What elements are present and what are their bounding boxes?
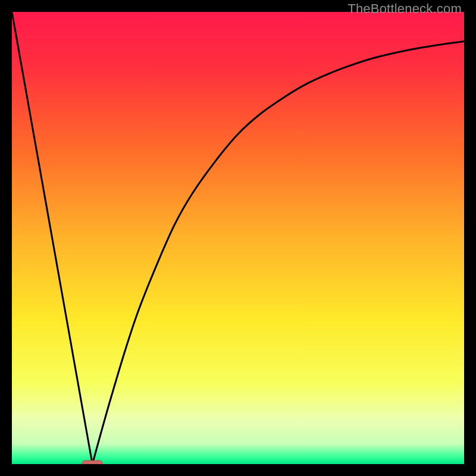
optimal-marker bbox=[82, 461, 102, 464]
watermark-text: TheBottleneck.com bbox=[347, 1, 462, 17]
chart-frame bbox=[12, 12, 464, 464]
bottleneck-chart bbox=[12, 12, 464, 464]
